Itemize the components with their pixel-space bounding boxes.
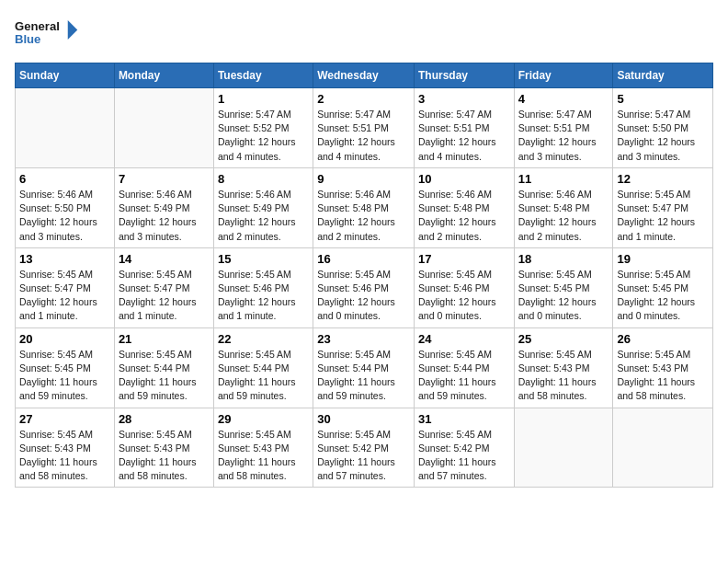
calendar-cell: 25Sunrise: 5:45 AM Sunset: 5:43 PM Dayli… <box>514 327 613 408</box>
calendar-cell: 15Sunrise: 5:45 AM Sunset: 5:46 PM Dayli… <box>213 247 313 327</box>
day-number: 6 <box>19 172 110 186</box>
day-info: Sunrise: 5:45 AM Sunset: 5:45 PM Dayligh… <box>19 348 110 404</box>
logo: General Blue <box>15 15 79 52</box>
day-number: 27 <box>19 412 110 426</box>
day-info: Sunrise: 5:47 AM Sunset: 5:51 PM Dayligh… <box>518 108 609 164</box>
day-number: 2 <box>317 92 410 106</box>
calendar-cell: 17Sunrise: 5:45 AM Sunset: 5:46 PM Dayli… <box>414 247 514 327</box>
weekday-header-sunday: Sunday <box>16 63 115 88</box>
calendar-cell: 16Sunrise: 5:45 AM Sunset: 5:46 PM Dayli… <box>313 247 415 327</box>
calendar-cell: 14Sunrise: 5:45 AM Sunset: 5:47 PM Dayli… <box>114 247 213 327</box>
weekday-header-wednesday: Wednesday <box>313 63 415 88</box>
day-number: 12 <box>617 172 709 186</box>
day-number: 19 <box>617 252 709 266</box>
day-info: Sunrise: 5:45 AM Sunset: 5:42 PM Dayligh… <box>317 428 410 484</box>
day-info: Sunrise: 5:46 AM Sunset: 5:50 PM Dayligh… <box>19 188 110 244</box>
day-number: 29 <box>218 412 309 426</box>
day-number: 23 <box>317 332 410 346</box>
calendar-cell: 30Sunrise: 5:45 AM Sunset: 5:42 PM Dayli… <box>313 408 415 488</box>
day-info: Sunrise: 5:45 AM Sunset: 5:44 PM Dayligh… <box>119 348 210 404</box>
day-info: Sunrise: 5:45 AM Sunset: 5:46 PM Dayligh… <box>218 268 309 324</box>
weekday-header-thursday: Thursday <box>414 63 514 88</box>
day-number: 7 <box>119 172 210 186</box>
day-number: 25 <box>518 332 609 346</box>
day-info: Sunrise: 5:47 AM Sunset: 5:50 PM Dayligh… <box>617 108 709 164</box>
calendar-cell: 22Sunrise: 5:45 AM Sunset: 5:44 PM Dayli… <box>213 327 313 408</box>
weekday-header-monday: Monday <box>114 63 213 88</box>
day-number: 11 <box>518 172 609 186</box>
day-number: 20 <box>19 332 110 346</box>
day-info: Sunrise: 5:46 AM Sunset: 5:49 PM Dayligh… <box>218 188 309 244</box>
calendar-cell <box>16 88 115 168</box>
calendar-cell: 4Sunrise: 5:47 AM Sunset: 5:51 PM Daylig… <box>514 88 613 168</box>
day-info: Sunrise: 5:45 AM Sunset: 5:43 PM Dayligh… <box>19 428 110 484</box>
calendar-cell: 5Sunrise: 5:47 AM Sunset: 5:50 PM Daylig… <box>613 88 713 168</box>
calendar-cell: 13Sunrise: 5:45 AM Sunset: 5:47 PM Dayli… <box>16 247 115 327</box>
day-info: Sunrise: 5:45 AM Sunset: 5:42 PM Dayligh… <box>418 428 510 484</box>
calendar-week-1: 1Sunrise: 5:47 AM Sunset: 5:52 PM Daylig… <box>16 88 713 168</box>
svg-marker-2 <box>68 20 78 40</box>
day-info: Sunrise: 5:45 AM Sunset: 5:43 PM Dayligh… <box>218 428 309 484</box>
svg-text:General: General <box>15 19 60 33</box>
day-number: 10 <box>418 172 510 186</box>
page-header: General Blue <box>15 15 713 52</box>
calendar-cell: 3Sunrise: 5:47 AM Sunset: 5:51 PM Daylig… <box>414 88 514 168</box>
day-number: 9 <box>317 172 410 186</box>
calendar-cell: 31Sunrise: 5:45 AM Sunset: 5:42 PM Dayli… <box>414 408 514 488</box>
calendar-cell <box>514 408 613 488</box>
calendar-cell: 7Sunrise: 5:46 AM Sunset: 5:49 PM Daylig… <box>114 167 213 247</box>
calendar-cell: 28Sunrise: 5:45 AM Sunset: 5:43 PM Dayli… <box>114 408 213 488</box>
calendar-cell: 9Sunrise: 5:46 AM Sunset: 5:48 PM Daylig… <box>313 167 415 247</box>
calendar-cell: 29Sunrise: 5:45 AM Sunset: 5:43 PM Dayli… <box>213 408 313 488</box>
day-number: 17 <box>418 252 510 266</box>
day-info: Sunrise: 5:46 AM Sunset: 5:48 PM Dayligh… <box>518 188 609 244</box>
day-number: 26 <box>617 332 709 346</box>
day-number: 4 <box>518 92 609 106</box>
day-number: 15 <box>218 252 309 266</box>
day-number: 24 <box>418 332 510 346</box>
day-info: Sunrise: 5:45 AM Sunset: 5:43 PM Dayligh… <box>119 428 210 484</box>
day-info: Sunrise: 5:47 AM Sunset: 5:52 PM Dayligh… <box>218 108 309 164</box>
day-info: Sunrise: 5:46 AM Sunset: 5:49 PM Dayligh… <box>119 188 210 244</box>
day-info: Sunrise: 5:45 AM Sunset: 5:44 PM Dayligh… <box>317 348 410 404</box>
day-info: Sunrise: 5:45 AM Sunset: 5:43 PM Dayligh… <box>518 348 609 404</box>
calendar-cell: 23Sunrise: 5:45 AM Sunset: 5:44 PM Dayli… <box>313 327 415 408</box>
day-info: Sunrise: 5:46 AM Sunset: 5:48 PM Dayligh… <box>418 188 510 244</box>
day-info: Sunrise: 5:45 AM Sunset: 5:45 PM Dayligh… <box>617 268 709 324</box>
calendar-cell: 19Sunrise: 5:45 AM Sunset: 5:45 PM Dayli… <box>613 247 713 327</box>
calendar-cell <box>613 408 713 488</box>
calendar-week-3: 13Sunrise: 5:45 AM Sunset: 5:47 PM Dayli… <box>16 247 713 327</box>
logo-svg: General Blue <box>15 15 79 52</box>
day-number: 30 <box>317 412 410 426</box>
day-info: Sunrise: 5:45 AM Sunset: 5:46 PM Dayligh… <box>418 268 510 324</box>
calendar-cell: 20Sunrise: 5:45 AM Sunset: 5:45 PM Dayli… <box>16 327 115 408</box>
calendar-cell: 21Sunrise: 5:45 AM Sunset: 5:44 PM Dayli… <box>114 327 213 408</box>
calendar-cell: 2Sunrise: 5:47 AM Sunset: 5:51 PM Daylig… <box>313 88 415 168</box>
day-info: Sunrise: 5:47 AM Sunset: 5:51 PM Dayligh… <box>317 108 410 164</box>
day-number: 28 <box>119 412 210 426</box>
day-number: 5 <box>617 92 709 106</box>
day-info: Sunrise: 5:45 AM Sunset: 5:47 PM Dayligh… <box>617 188 709 244</box>
day-info: Sunrise: 5:45 AM Sunset: 5:46 PM Dayligh… <box>317 268 410 324</box>
calendar-cell: 8Sunrise: 5:46 AM Sunset: 5:49 PM Daylig… <box>213 167 313 247</box>
calendar-cell: 26Sunrise: 5:45 AM Sunset: 5:43 PM Dayli… <box>613 327 713 408</box>
calendar-cell: 24Sunrise: 5:45 AM Sunset: 5:44 PM Dayli… <box>414 327 514 408</box>
day-info: Sunrise: 5:47 AM Sunset: 5:51 PM Dayligh… <box>418 108 510 164</box>
weekday-header-saturday: Saturday <box>613 63 713 88</box>
weekday-header-friday: Friday <box>514 63 613 88</box>
day-info: Sunrise: 5:45 AM Sunset: 5:47 PM Dayligh… <box>19 268 110 324</box>
day-number: 21 <box>119 332 210 346</box>
calendar-week-4: 20Sunrise: 5:45 AM Sunset: 5:45 PM Dayli… <box>16 327 713 408</box>
calendar-cell: 27Sunrise: 5:45 AM Sunset: 5:43 PM Dayli… <box>16 408 115 488</box>
calendar-table: SundayMondayTuesdayWednesdayThursdayFrid… <box>15 63 713 488</box>
day-number: 13 <box>19 252 110 266</box>
day-info: Sunrise: 5:45 AM Sunset: 5:44 PM Dayligh… <box>218 348 309 404</box>
day-info: Sunrise: 5:45 AM Sunset: 5:45 PM Dayligh… <box>518 268 609 324</box>
svg-text:Blue: Blue <box>15 32 40 46</box>
day-info: Sunrise: 5:45 AM Sunset: 5:44 PM Dayligh… <box>418 348 510 404</box>
day-info: Sunrise: 5:45 AM Sunset: 5:47 PM Dayligh… <box>119 268 210 324</box>
day-number: 3 <box>418 92 510 106</box>
day-number: 14 <box>119 252 210 266</box>
day-info: Sunrise: 5:46 AM Sunset: 5:48 PM Dayligh… <box>317 188 410 244</box>
day-number: 16 <box>317 252 410 266</box>
